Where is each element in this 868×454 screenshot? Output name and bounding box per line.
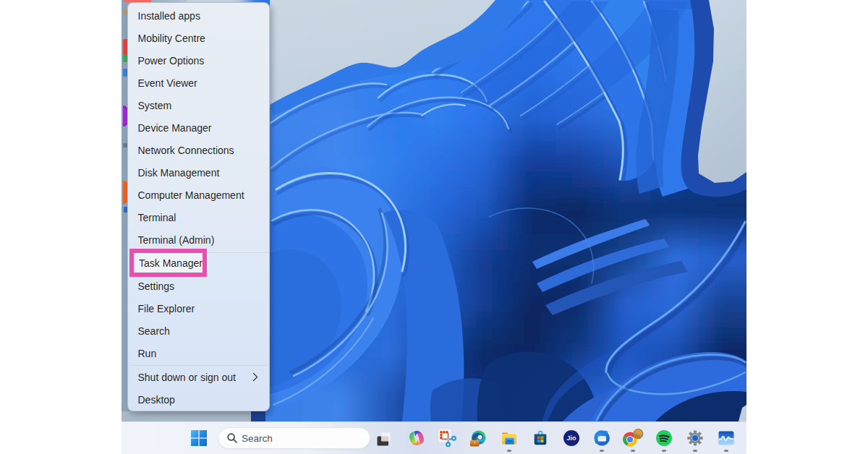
svg-text:Jio: Jio xyxy=(566,434,576,442)
